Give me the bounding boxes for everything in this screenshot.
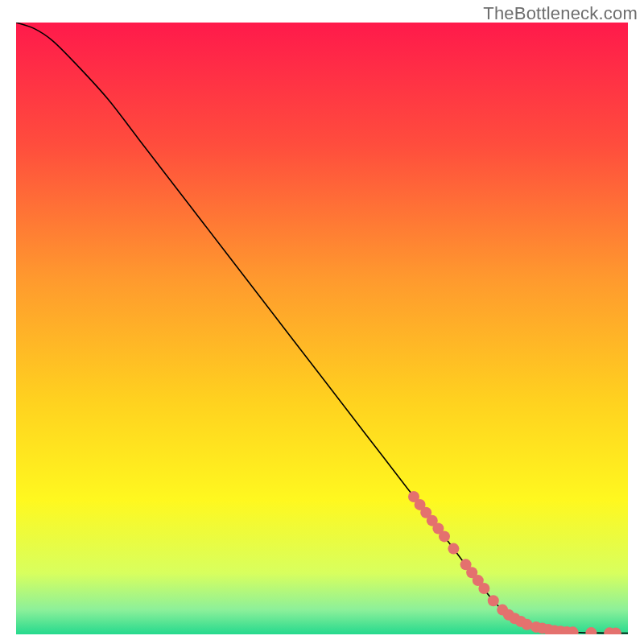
data-marker (478, 583, 489, 594)
background-gradient (16, 23, 628, 634)
data-marker (488, 595, 499, 606)
data-marker (448, 543, 459, 555)
chart-stage: TheBottleneck.com (0, 0, 644, 644)
data-marker (439, 530, 450, 542)
watermark-text: TheBottleneck.com (483, 3, 638, 24)
chart-svg (16, 23, 628, 634)
plot-area (16, 23, 628, 634)
